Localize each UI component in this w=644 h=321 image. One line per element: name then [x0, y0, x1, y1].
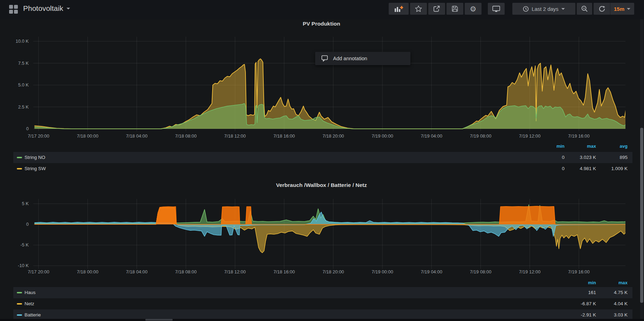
series-label[interactable]: String SW	[25, 166, 46, 171]
stat-max: 4.981 K	[565, 166, 596, 171]
y-axis-tick-label: -5 K	[1, 242, 29, 247]
verbrauch-chart-plot-area[interactable]	[33, 199, 625, 269]
clock-icon	[523, 6, 529, 12]
x-axis-tick-label: 7/19 00:00	[367, 133, 398, 139]
zoom-out-icon	[581, 6, 588, 12]
refresh-interval-dropdown[interactable]: 15m	[610, 3, 634, 15]
dashboard-title-dropdown[interactable]: Photovoltaik	[23, 4, 70, 13]
time-range-picker[interactable]: Last 2 days	[512, 3, 575, 15]
legend-col-avg[interactable]: avg	[596, 144, 628, 149]
panel-title-verbrauch[interactable]: Verbrauch /Wallbox / Batterie / Netz	[0, 182, 643, 188]
y-axis-tick-label: 5.0 K	[1, 82, 29, 88]
series-color-swatch[interactable]	[17, 157, 22, 158]
monitor-icon	[492, 6, 500, 12]
panel-title-pv-produktion[interactable]: PV Produktion	[0, 21, 643, 27]
legend-row-string-sw[interactable]: String SW 0 4.981 K 1.009 K	[13, 163, 632, 174]
vertical-scrollbar-thumb[interactable]	[640, 128, 643, 303]
x-axis-tick-label: 7/17 20:00	[23, 269, 54, 274]
series-label[interactable]: String NO	[25, 155, 45, 160]
star-dashboard-button[interactable]	[410, 3, 427, 15]
stat-min: 0	[533, 166, 565, 171]
apps-grid-icon[interactable]	[9, 5, 18, 14]
legend-row-netz[interactable]: Netz -6.87 K 4.04 K	[13, 298, 632, 309]
stat-min: -6.87 K	[565, 301, 596, 306]
series-label[interactable]: Batterie	[25, 312, 41, 317]
save-icon	[451, 5, 458, 12]
y-axis-tick-label: 7.5 K	[1, 61, 29, 66]
x-axis-tick-label: 7/19 16:00	[563, 133, 595, 139]
stat-max: 4.75 K	[596, 290, 628, 295]
x-axis-tick-label: 7/19 12:00	[514, 269, 546, 274]
add-annotation-label: Add annotation	[333, 56, 367, 61]
grafana-dashboard: Photovoltaik	[0, 0, 644, 321]
stat-avg: 895	[596, 155, 628, 160]
y-axis-tick-label: 2.5 K	[1, 104, 29, 110]
navbar-actions: ⚙ Last 2 days	[387, 3, 634, 15]
legend-col-min[interactable]: min	[533, 144, 565, 149]
zoom-out-time-button[interactable]	[577, 3, 592, 15]
pv-legend-header: min max avg	[13, 142, 632, 151]
x-axis-tick-label: 7/18 00:00	[72, 133, 103, 139]
x-axis-tick-label: 7/19 08:00	[465, 133, 496, 139]
legend-row-string-no[interactable]: String NO 0 3.023 K 895	[13, 152, 632, 163]
refresh-button[interactable]	[594, 3, 610, 15]
series-color-swatch[interactable]	[17, 292, 22, 293]
add-panel-button[interactable]	[389, 3, 409, 15]
stat-min: -2.91 K	[565, 312, 596, 317]
stat-min: 0	[533, 155, 565, 160]
stat-min: 161	[565, 290, 596, 295]
y-axis-tick-label: -10 K	[1, 263, 29, 268]
x-axis-tick-label: 7/19 12:00	[514, 133, 546, 139]
y-axis-tick-label: 0	[1, 126, 29, 131]
x-axis-tick-label: 7/18 08:00	[170, 269, 202, 274]
x-axis-tick-label: 7/18 00:00	[72, 269, 103, 274]
horizontal-scrollbar-track	[0, 319, 644, 321]
legend-row-haus[interactable]: Haus 161 4.75 K	[13, 287, 632, 298]
legend-col-min[interactable]: min	[565, 280, 596, 285]
share-dashboard-button[interactable]	[428, 3, 445, 15]
save-dashboard-button[interactable]	[446, 3, 463, 15]
x-axis-tick-label: 7/18 12:00	[219, 133, 251, 139]
dashboard-title: Photovoltaik	[23, 4, 63, 13]
x-axis-tick-label: 7/17 20:00	[23, 133, 54, 139]
stat-max: 3.03 K	[596, 312, 628, 317]
legend-col-max[interactable]: max	[596, 280, 628, 285]
add-annotation-menu-item[interactable]: Add annotation	[315, 52, 410, 65]
pv-chart-plot-area[interactable]	[33, 37, 625, 131]
horizontal-scrollbar-thumb[interactable]	[145, 319, 173, 321]
series-label[interactable]: Haus	[25, 290, 36, 295]
x-axis-tick-label: 7/18 20:00	[318, 133, 349, 139]
star-icon	[415, 5, 422, 12]
y-axis-tick-label: 10.0 K	[1, 39, 29, 44]
stat-max: 4.04 K	[596, 301, 628, 306]
y-axis-tick-label: 5 K	[1, 201, 29, 206]
refresh-icon	[599, 6, 605, 12]
series-color-swatch[interactable]	[17, 314, 22, 316]
time-range-label: Last 2 days	[532, 6, 559, 12]
x-axis-tick-label: 7/19 00:00	[367, 269, 398, 274]
y-axis-tick-label: 0	[1, 222, 29, 227]
dashboard-settings-button[interactable]: ⚙	[465, 3, 482, 15]
bar-chart-plus-icon	[395, 6, 403, 12]
chevron-down-icon	[67, 8, 70, 9]
series-label[interactable]: Netz	[25, 301, 34, 306]
navbar: Photovoltaik	[0, 0, 644, 19]
x-axis-tick-label: 7/18 16:00	[268, 269, 300, 274]
gear-icon: ⚙	[470, 5, 477, 13]
cycle-view-mode-button[interactable]	[488, 3, 505, 15]
x-axis-tick-label: 7/18 04:00	[121, 133, 153, 139]
verbrauch-legend-header: min max	[13, 279, 632, 287]
series-color-swatch[interactable]	[17, 168, 22, 169]
x-axis-tick-label: 7/18 16:00	[268, 133, 300, 139]
share-icon	[433, 5, 440, 12]
x-axis-tick-label: 7/19 08:00	[465, 269, 496, 274]
stat-avg: 1.009 K	[596, 166, 628, 171]
series-color-swatch[interactable]	[17, 303, 22, 305]
refresh-interval-label: 15m	[614, 6, 624, 12]
x-axis-tick-label: 7/19 04:00	[416, 269, 447, 274]
chevron-down-icon	[627, 8, 630, 10]
legend-col-max[interactable]: max	[565, 144, 596, 149]
stat-max: 3.023 K	[565, 155, 596, 160]
x-axis-tick-label: 7/19 16:00	[563, 269, 595, 274]
x-axis-tick-label: 7/18 12:00	[219, 269, 251, 274]
